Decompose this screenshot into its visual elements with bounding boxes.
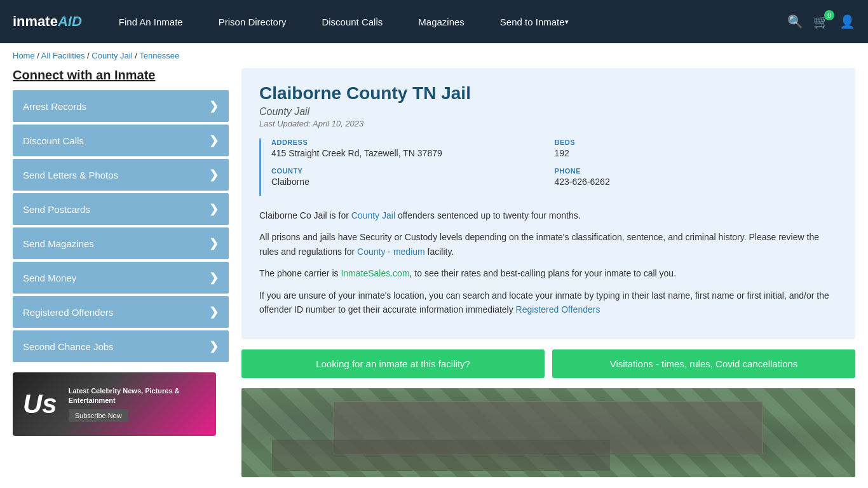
sidebar-label-registered-offenders: Registered Offenders xyxy=(23,307,113,318)
user-icon[interactable]: 👤 xyxy=(839,14,855,29)
main-nav: Find An Inmate Prison Directory Discount… xyxy=(101,0,787,43)
sidebar-arrow-second-chance-jobs: ❯ xyxy=(209,339,219,353)
facility-card: Claiborne County TN Jail County Jail Las… xyxy=(241,68,855,339)
ad-text-area: Latest Celebrity News, Pictures & Entert… xyxy=(64,381,216,428)
address-block: ADDRESS 415 Straight Creek Rd, Tazewell,… xyxy=(271,139,555,158)
county-value: Claiborne xyxy=(271,177,555,187)
logo-text: inmateAID xyxy=(13,13,82,30)
sidebar-title: Connect with an Inmate xyxy=(13,68,229,83)
sidebar-label-arrest-records: Arrest Records xyxy=(23,101,86,112)
nav-send-to-inmate[interactable]: Send to Inmate xyxy=(482,0,587,43)
cart-badge: 0 xyxy=(824,10,834,20)
sidebar-item-send-postcards[interactable]: Send Postcards ❯ xyxy=(13,193,229,225)
facility-type: County Jail xyxy=(259,106,837,118)
sidebar-arrow-send-magazines: ❯ xyxy=(209,236,219,250)
phone-value: 423-626-6262 xyxy=(555,177,838,187)
sidebar-ad[interactable]: Us Latest Celebrity News, Pictures & Ent… xyxy=(13,372,216,436)
main-layout: Connect with an Inmate Arrest Records ❯ … xyxy=(0,68,868,477)
ad-logo: Us xyxy=(13,389,64,419)
sidebar-arrow-send-postcards: ❯ xyxy=(209,202,219,216)
nav-magazines[interactable]: Magazines xyxy=(400,0,482,43)
county-label: COUNTY xyxy=(271,167,555,175)
phone-label: PHONE xyxy=(555,167,838,175)
beds-value: 192 xyxy=(555,148,838,158)
looking-for-inmate-button[interactable]: Looking for an inmate at this facility? xyxy=(241,349,545,378)
sidebar-item-send-letters[interactable]: Send Letters & Photos ❯ xyxy=(13,159,229,191)
sidebar-item-registered-offenders[interactable]: Registered Offenders ❯ xyxy=(13,296,229,328)
beds-block: BEDS 192 xyxy=(555,139,838,158)
breadcrumb-all-facilities[interactable]: All Facilities xyxy=(41,51,85,60)
action-buttons: Looking for an inmate at this facility? … xyxy=(241,349,855,378)
facility-updated: Last Updated: April 10, 2023 xyxy=(259,119,837,128)
county-medium-link[interactable]: County - medium xyxy=(357,247,425,257)
header-icons: 🔍 🛒 0 👤 xyxy=(787,14,855,29)
address-label: ADDRESS xyxy=(271,139,555,146)
facility-image xyxy=(241,388,855,477)
content-area: Claiborne County TN Jail County Jail Las… xyxy=(241,68,855,477)
nav-prison-directory[interactable]: Prison Directory xyxy=(201,0,304,43)
sidebar-item-send-money[interactable]: Send Money ❯ xyxy=(13,262,229,294)
nav-discount-calls[interactable]: Discount Calls xyxy=(304,0,400,43)
inmate-sales-link[interactable]: InmateSales.com xyxy=(341,268,409,278)
sidebar-arrow-arrest-records: ❯ xyxy=(209,99,219,113)
search-icon[interactable]: 🔍 xyxy=(787,14,803,29)
sidebar-label-send-magazines: Send Magazines xyxy=(23,238,94,249)
sidebar-arrow-send-letters: ❯ xyxy=(209,168,219,182)
sidebar-label-send-postcards: Send Postcards xyxy=(23,204,90,215)
breadcrumb-tennessee[interactable]: Tennessee xyxy=(139,51,179,60)
registered-offenders-link[interactable]: Registered Offenders xyxy=(516,304,600,315)
sidebar-arrow-send-money: ❯ xyxy=(209,271,219,285)
facility-info-grid: ADDRESS 415 Straight Creek Rd, Tazewell,… xyxy=(259,139,837,196)
sidebar-label-discount-calls: Discount Calls xyxy=(23,135,84,146)
sidebar: Connect with an Inmate Arrest Records ❯ … xyxy=(13,68,229,436)
logo-aid: AID xyxy=(58,13,82,30)
sidebar-arrow-discount-calls: ❯ xyxy=(209,133,219,147)
description-4: If you are unsure of your inmate's locat… xyxy=(259,288,837,317)
facility-description: Claiborne Co Jail is for County Jail off… xyxy=(259,208,837,316)
beds-label: BEDS xyxy=(555,139,838,146)
sidebar-item-arrest-records[interactable]: Arrest Records ❯ xyxy=(13,90,229,122)
sidebar-label-send-money: Send Money xyxy=(23,273,76,283)
nav-find-inmate[interactable]: Find An Inmate xyxy=(101,0,201,43)
county-block: COUNTY Claiborne xyxy=(271,167,555,187)
parking-simulation xyxy=(272,440,609,471)
ad-headline: Latest Celebrity News, Pictures & Entert… xyxy=(69,386,211,406)
sidebar-arrow-registered-offenders: ❯ xyxy=(209,305,219,319)
cart-icon[interactable]: 🛒 0 xyxy=(813,14,829,29)
logo-inmate: inmate xyxy=(13,13,58,30)
sidebar-item-second-chance-jobs[interactable]: Second Chance Jobs ❯ xyxy=(13,330,229,362)
description-2: All prisons and jails have Security or C… xyxy=(259,230,837,259)
facility-title: Claiborne County TN Jail xyxy=(259,83,837,104)
visitations-button[interactable]: Visitations - times, rules, Covid cancel… xyxy=(552,349,855,378)
address-value: 415 Straight Creek Rd, Tazewell, TN 3787… xyxy=(271,148,555,158)
ad-subscribe-button[interactable]: Subscribe Now xyxy=(69,409,128,422)
description-3: The phone carrier is InmateSales.com, to… xyxy=(259,266,837,280)
sidebar-label-second-chance-jobs: Second Chance Jobs xyxy=(23,341,114,352)
breadcrumb-county-jail[interactable]: County Jail xyxy=(92,51,132,60)
breadcrumb-home[interactable]: Home xyxy=(13,51,35,60)
site-header: inmateAID Find An Inmate Prison Director… xyxy=(0,0,868,43)
breadcrumb: Home / All Facilities / County Jail / Te… xyxy=(0,43,868,68)
county-jail-link[interactable]: County Jail xyxy=(351,210,395,220)
description-1: Claiborne Co Jail is for County Jail off… xyxy=(259,208,837,222)
sidebar-item-send-magazines[interactable]: Send Magazines ❯ xyxy=(13,227,229,259)
logo[interactable]: inmateAID xyxy=(13,13,82,30)
phone-block: PHONE 423-626-6262 xyxy=(555,167,838,187)
aerial-view xyxy=(241,388,855,477)
sidebar-label-send-letters: Send Letters & Photos xyxy=(23,170,118,180)
sidebar-item-discount-calls[interactable]: Discount Calls ❯ xyxy=(13,125,229,156)
